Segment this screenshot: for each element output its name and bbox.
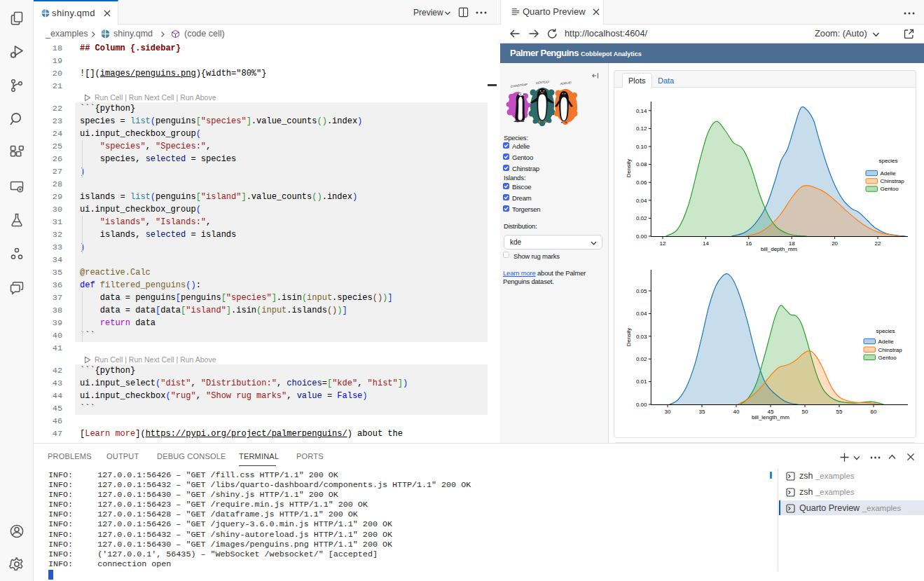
svg-text:0.10: 0.10: [636, 144, 647, 150]
svg-text:0.04: 0.04: [636, 198, 647, 204]
svg-text:Density: Density: [626, 328, 632, 347]
svg-text:60: 60: [871, 409, 877, 415]
svg-text:Adelie: Adelie: [878, 339, 895, 345]
svg-text:14: 14: [703, 240, 709, 247]
svg-text:50: 50: [802, 409, 808, 415]
svg-text:0.06: 0.06: [636, 179, 647, 186]
svg-text:0.05: 0.05: [636, 288, 647, 294]
svg-text:CHINSTRAP: CHINSTRAP: [510, 83, 527, 88]
svg-text:16: 16: [745, 240, 752, 247]
svg-text:bill_length_mm: bill_length_mm: [752, 414, 789, 421]
svg-text:Chinstrap: Chinstrap: [881, 178, 905, 184]
svg-text:35: 35: [699, 409, 705, 415]
svg-text:40: 40: [733, 409, 740, 415]
svg-text:30: 30: [665, 409, 671, 415]
svg-text:Gentoo: Gentoo: [878, 355, 897, 361]
svg-text:0.00: 0.00: [636, 402, 647, 408]
svg-text:ADELIE!: ADELIE!: [560, 81, 572, 86]
svg-text:0.02: 0.02: [636, 356, 647, 362]
svg-text:22: 22: [875, 240, 881, 247]
svg-text:0.02: 0.02: [636, 215, 647, 221]
svg-text:bill_depth_mm: bill_depth_mm: [761, 246, 797, 252]
svg-text:0.12: 0.12: [636, 125, 647, 132]
svg-text:GENTOO!: GENTOO!: [536, 80, 550, 85]
svg-text:0.14: 0.14: [636, 108, 647, 114]
svg-text:20: 20: [832, 240, 838, 247]
svg-text:0.00: 0.00: [636, 233, 647, 240]
svg-text:12: 12: [660, 240, 666, 247]
svg-text:0.04: 0.04: [636, 310, 647, 317]
svg-text:55: 55: [836, 409, 843, 415]
svg-text:Gentoo: Gentoo: [881, 186, 899, 192]
svg-text:0.03: 0.03: [636, 334, 647, 340]
svg-text:0.01: 0.01: [636, 378, 647, 385]
svg-text:0.08: 0.08: [636, 161, 647, 168]
svg-text:Chinstrap: Chinstrap: [878, 347, 903, 353]
svg-text:Adelie: Adelie: [881, 170, 897, 177]
svg-text:species: species: [876, 328, 895, 334]
svg-text:species: species: [878, 158, 897, 164]
svg-text:Density: Density: [626, 159, 632, 178]
